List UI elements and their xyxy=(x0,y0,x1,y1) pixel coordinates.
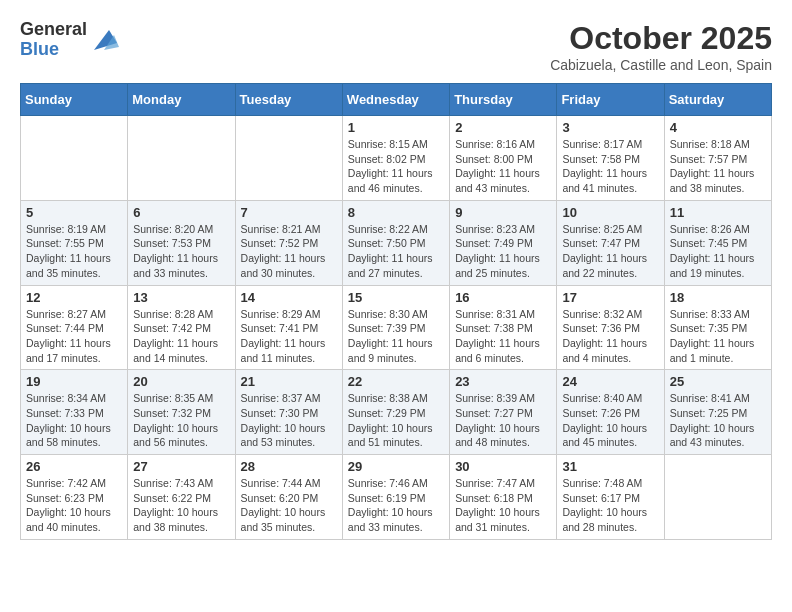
day-info: Sunrise: 8:29 AMSunset: 7:41 PMDaylight:… xyxy=(241,307,337,366)
day-info: Sunrise: 8:35 AMSunset: 7:32 PMDaylight:… xyxy=(133,391,229,450)
day-info: Sunrise: 8:40 AMSunset: 7:26 PMDaylight:… xyxy=(562,391,658,450)
day-info: Sunrise: 7:47 AMSunset: 6:18 PMDaylight:… xyxy=(455,476,551,535)
day-number: 19 xyxy=(26,374,122,389)
calendar-header-row: SundayMondayTuesdayWednesdayThursdayFrid… xyxy=(21,84,772,116)
page-header: General Blue October 2025 Cabizuela, Cas… xyxy=(20,20,772,73)
day-number: 26 xyxy=(26,459,122,474)
calendar-cell xyxy=(21,116,128,201)
day-info: Sunrise: 7:43 AMSunset: 6:22 PMDaylight:… xyxy=(133,476,229,535)
day-number: 7 xyxy=(241,205,337,220)
day-info: Sunrise: 8:39 AMSunset: 7:27 PMDaylight:… xyxy=(455,391,551,450)
day-number: 30 xyxy=(455,459,551,474)
day-info: Sunrise: 7:46 AMSunset: 6:19 PMDaylight:… xyxy=(348,476,444,535)
calendar-cell xyxy=(664,455,771,540)
calendar-cell: 9Sunrise: 8:23 AMSunset: 7:49 PMDaylight… xyxy=(450,200,557,285)
location-subtitle: Cabizuela, Castille and Leon, Spain xyxy=(550,57,772,73)
day-number: 8 xyxy=(348,205,444,220)
calendar-cell: 13Sunrise: 8:28 AMSunset: 7:42 PMDayligh… xyxy=(128,285,235,370)
day-number: 5 xyxy=(26,205,122,220)
calendar-cell: 31Sunrise: 7:48 AMSunset: 6:17 PMDayligh… xyxy=(557,455,664,540)
day-number: 15 xyxy=(348,290,444,305)
weekday-header-saturday: Saturday xyxy=(664,84,771,116)
weekday-header-friday: Friday xyxy=(557,84,664,116)
day-info: Sunrise: 8:18 AMSunset: 7:57 PMDaylight:… xyxy=(670,137,766,196)
day-number: 4 xyxy=(670,120,766,135)
day-number: 16 xyxy=(455,290,551,305)
calendar-week-row: 1Sunrise: 8:15 AMSunset: 8:02 PMDaylight… xyxy=(21,116,772,201)
calendar-cell: 25Sunrise: 8:41 AMSunset: 7:25 PMDayligh… xyxy=(664,370,771,455)
day-info: Sunrise: 8:16 AMSunset: 8:00 PMDaylight:… xyxy=(455,137,551,196)
calendar-cell: 26Sunrise: 7:42 AMSunset: 6:23 PMDayligh… xyxy=(21,455,128,540)
calendar-cell: 1Sunrise: 8:15 AMSunset: 8:02 PMDaylight… xyxy=(342,116,449,201)
day-info: Sunrise: 7:48 AMSunset: 6:17 PMDaylight:… xyxy=(562,476,658,535)
day-number: 24 xyxy=(562,374,658,389)
weekday-header-monday: Monday xyxy=(128,84,235,116)
calendar-cell: 24Sunrise: 8:40 AMSunset: 7:26 PMDayligh… xyxy=(557,370,664,455)
day-number: 25 xyxy=(670,374,766,389)
day-number: 6 xyxy=(133,205,229,220)
logo-blue: Blue xyxy=(20,40,87,60)
calendar-cell: 18Sunrise: 8:33 AMSunset: 7:35 PMDayligh… xyxy=(664,285,771,370)
calendar-cell: 2Sunrise: 8:16 AMSunset: 8:00 PMDaylight… xyxy=(450,116,557,201)
calendar-cell: 17Sunrise: 8:32 AMSunset: 7:36 PMDayligh… xyxy=(557,285,664,370)
weekday-header-wednesday: Wednesday xyxy=(342,84,449,116)
day-number: 3 xyxy=(562,120,658,135)
day-info: Sunrise: 8:26 AMSunset: 7:45 PMDaylight:… xyxy=(670,222,766,281)
logo: General Blue xyxy=(20,20,119,60)
day-info: Sunrise: 8:25 AMSunset: 7:47 PMDaylight:… xyxy=(562,222,658,281)
weekday-header-thursday: Thursday xyxy=(450,84,557,116)
day-number: 28 xyxy=(241,459,337,474)
calendar-cell: 12Sunrise: 8:27 AMSunset: 7:44 PMDayligh… xyxy=(21,285,128,370)
calendar-week-row: 26Sunrise: 7:42 AMSunset: 6:23 PMDayligh… xyxy=(21,455,772,540)
day-info: Sunrise: 8:20 AMSunset: 7:53 PMDaylight:… xyxy=(133,222,229,281)
day-number: 1 xyxy=(348,120,444,135)
day-number: 29 xyxy=(348,459,444,474)
calendar-body: 1Sunrise: 8:15 AMSunset: 8:02 PMDaylight… xyxy=(21,116,772,540)
day-number: 13 xyxy=(133,290,229,305)
day-info: Sunrise: 8:31 AMSunset: 7:38 PMDaylight:… xyxy=(455,307,551,366)
day-info: Sunrise: 8:32 AMSunset: 7:36 PMDaylight:… xyxy=(562,307,658,366)
calendar-cell: 10Sunrise: 8:25 AMSunset: 7:47 PMDayligh… xyxy=(557,200,664,285)
calendar-cell: 7Sunrise: 8:21 AMSunset: 7:52 PMDaylight… xyxy=(235,200,342,285)
day-info: Sunrise: 8:15 AMSunset: 8:02 PMDaylight:… xyxy=(348,137,444,196)
day-info: Sunrise: 8:17 AMSunset: 7:58 PMDaylight:… xyxy=(562,137,658,196)
day-info: Sunrise: 8:33 AMSunset: 7:35 PMDaylight:… xyxy=(670,307,766,366)
day-info: Sunrise: 8:28 AMSunset: 7:42 PMDaylight:… xyxy=(133,307,229,366)
calendar-cell: 3Sunrise: 8:17 AMSunset: 7:58 PMDaylight… xyxy=(557,116,664,201)
logo-icon xyxy=(89,25,119,55)
day-info: Sunrise: 8:21 AMSunset: 7:52 PMDaylight:… xyxy=(241,222,337,281)
day-number: 23 xyxy=(455,374,551,389)
calendar-week-row: 12Sunrise: 8:27 AMSunset: 7:44 PMDayligh… xyxy=(21,285,772,370)
day-info: Sunrise: 8:22 AMSunset: 7:50 PMDaylight:… xyxy=(348,222,444,281)
day-info: Sunrise: 8:27 AMSunset: 7:44 PMDaylight:… xyxy=(26,307,122,366)
day-info: Sunrise: 8:23 AMSunset: 7:49 PMDaylight:… xyxy=(455,222,551,281)
day-info: Sunrise: 7:44 AMSunset: 6:20 PMDaylight:… xyxy=(241,476,337,535)
day-info: Sunrise: 8:34 AMSunset: 7:33 PMDaylight:… xyxy=(26,391,122,450)
calendar-cell: 5Sunrise: 8:19 AMSunset: 7:55 PMDaylight… xyxy=(21,200,128,285)
logo-general: General xyxy=(20,20,87,40)
calendar-table: SundayMondayTuesdayWednesdayThursdayFrid… xyxy=(20,83,772,540)
day-number: 9 xyxy=(455,205,551,220)
calendar-week-row: 19Sunrise: 8:34 AMSunset: 7:33 PMDayligh… xyxy=(21,370,772,455)
calendar-cell: 8Sunrise: 8:22 AMSunset: 7:50 PMDaylight… xyxy=(342,200,449,285)
title-area: October 2025 Cabizuela, Castille and Leo… xyxy=(550,20,772,73)
day-info: Sunrise: 8:41 AMSunset: 7:25 PMDaylight:… xyxy=(670,391,766,450)
day-number: 31 xyxy=(562,459,658,474)
day-number: 22 xyxy=(348,374,444,389)
day-number: 18 xyxy=(670,290,766,305)
month-title: October 2025 xyxy=(550,20,772,57)
day-info: Sunrise: 8:30 AMSunset: 7:39 PMDaylight:… xyxy=(348,307,444,366)
day-number: 10 xyxy=(562,205,658,220)
calendar-cell xyxy=(235,116,342,201)
day-number: 2 xyxy=(455,120,551,135)
day-number: 11 xyxy=(670,205,766,220)
calendar-cell: 30Sunrise: 7:47 AMSunset: 6:18 PMDayligh… xyxy=(450,455,557,540)
weekday-header-sunday: Sunday xyxy=(21,84,128,116)
day-number: 12 xyxy=(26,290,122,305)
day-number: 27 xyxy=(133,459,229,474)
day-number: 21 xyxy=(241,374,337,389)
day-info: Sunrise: 8:37 AMSunset: 7:30 PMDaylight:… xyxy=(241,391,337,450)
calendar-cell: 21Sunrise: 8:37 AMSunset: 7:30 PMDayligh… xyxy=(235,370,342,455)
calendar-cell: 15Sunrise: 8:30 AMSunset: 7:39 PMDayligh… xyxy=(342,285,449,370)
calendar-cell: 6Sunrise: 8:20 AMSunset: 7:53 PMDaylight… xyxy=(128,200,235,285)
